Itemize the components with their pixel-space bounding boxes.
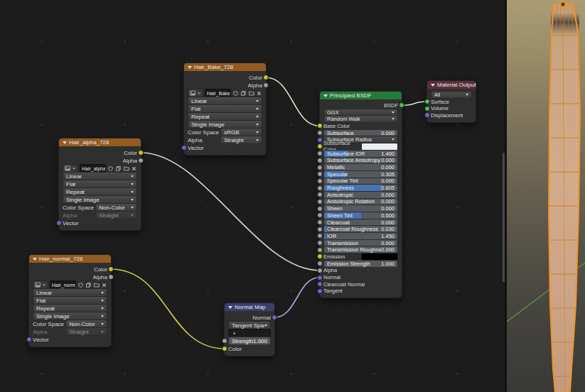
- slider-label: Sheen Tint: [324, 212, 353, 219]
- socket-l[interactable]: [317, 199, 323, 205]
- node-link[interactable]: [402, 102, 427, 105]
- open-folder-icon[interactable]: [93, 281, 100, 288]
- shader-node-editor[interactable]: Hair_Bake_728ColorAlphaHair_Bake_728Line…: [0, 0, 585, 392]
- socket-r[interactable]: [108, 274, 114, 280]
- value-slider[interactable]: Anisotropic Rotation0.000: [323, 198, 398, 206]
- socket-l[interactable]: [317, 192, 323, 197]
- socket-r[interactable]: [263, 75, 269, 80]
- socket-l[interactable]: [317, 143, 323, 149]
- collapse-chevron-icon[interactable]: [431, 84, 435, 87]
- value-slider[interactable]: Transmission Roughness0.000: [323, 246, 398, 254]
- node-hair_alpha[interactable]: Hair_alpha_728ColorAlphaHair_alpha_728Li…: [58, 138, 141, 231]
- hair-card-mesh[interactable]: [549, 2, 580, 392]
- socket-r[interactable]: [108, 266, 114, 272]
- duplicate-icon[interactable]: [240, 89, 247, 97]
- socket-r[interactable]: [399, 102, 404, 108]
- node-header[interactable]: Material Output: [427, 81, 476, 89]
- socket-l[interactable]: [424, 112, 430, 118]
- dropdown-select[interactable]: Straight: [220, 136, 262, 144]
- socket-r[interactable]: [138, 158, 144, 163]
- socket-l[interactable]: [317, 185, 323, 191]
- socket-l[interactable]: [317, 275, 323, 281]
- socket-r[interactable]: [138, 150, 144, 156]
- chevron-down-icon: [466, 94, 468, 96]
- collapse-chevron-icon[interactable]: [188, 66, 192, 69]
- node-link[interactable]: [266, 77, 320, 126]
- socket-l[interactable]: [317, 123, 323, 129]
- socket-l[interactable]: [317, 219, 323, 225]
- node-header[interactable]: Normal Map: [225, 303, 274, 311]
- fake-user-shield-icon[interactable]: [107, 165, 114, 172]
- fake-user-shield-icon[interactable]: [77, 281, 84, 288]
- socket-l[interactable]: [317, 233, 323, 239]
- socket-l[interactable]: [222, 346, 227, 352]
- unlink-x-icon[interactable]: [256, 89, 262, 97]
- value-slider[interactable]: Clearcoat Roughness0.030: [323, 225, 398, 233]
- socket-l[interactable]: [222, 338, 227, 344]
- socket-l[interactable]: [317, 261, 323, 266]
- socket-l[interactable]: [317, 137, 323, 143]
- socket-l[interactable]: [317, 254, 323, 259]
- socket-l[interactable]: [181, 145, 187, 151]
- node-hair_normal[interactable]: Hair_normal_728ColorAlphaHair_normal_728…: [28, 254, 112, 347]
- collapse-chevron-icon[interactable]: [33, 258, 37, 261]
- slider-value: 0.000: [381, 246, 397, 253]
- node-link[interactable]: [111, 269, 225, 349]
- socket-l[interactable]: [317, 212, 323, 218]
- unlink-x-icon[interactable]: [131, 165, 137, 172]
- node-principled[interactable]: Principled BSDFBSDFGGXRandom WalkBase Co…: [319, 91, 402, 298]
- 3d-viewport[interactable]: [505, 0, 585, 392]
- value-slider[interactable]: Strength1.000: [228, 337, 271, 345]
- dropdown-value: sRGB: [224, 129, 239, 136]
- node-header[interactable]: Principled BSDF: [320, 92, 402, 99]
- socket-l[interactable]: [317, 171, 323, 177]
- socket-r[interactable]: [272, 315, 277, 320]
- socket-l[interactable]: [317, 178, 323, 184]
- node-header[interactable]: Hair_Bake_728: [184, 63, 266, 71]
- socket-l[interactable]: [317, 240, 323, 246]
- unlink-x-icon[interactable]: [101, 281, 107, 288]
- socket-r[interactable]: [263, 82, 269, 88]
- socket-l[interactable]: [26, 337, 32, 342]
- open-folder-icon[interactable]: [248, 89, 254, 97]
- value-slider[interactable]: Specular0.305: [323, 170, 398, 178]
- socket-l[interactable]: [317, 288, 323, 294]
- socket-l[interactable]: [317, 151, 323, 156]
- socket-l[interactable]: [317, 227, 323, 232]
- dropdown-select[interactable]: Straight: [95, 211, 137, 219]
- socket-l[interactable]: [317, 130, 323, 136]
- node-link[interactable]: [274, 278, 320, 317]
- socket-l[interactable]: [424, 106, 430, 111]
- socket-row-input: Displacement: [431, 112, 472, 119]
- socket-l[interactable]: [317, 165, 323, 170]
- collapse-chevron-icon[interactable]: [228, 306, 232, 309]
- node-normal_map[interactable]: Normal MapNormalTangent SpaceStrength1.0…: [224, 303, 275, 356]
- select-row: Tangent Space: [228, 322, 271, 329]
- value-slider[interactable]: Emission Strength1.000: [323, 260, 398, 268]
- node-hair_bake[interactable]: Hair_Bake_728ColorAlphaHair_Bake_728Line…: [183, 62, 267, 156]
- socket-l[interactable]: [317, 268, 323, 273]
- node-header[interactable]: Hair_normal_728: [29, 255, 111, 263]
- fake-user-shield-icon[interactable]: [232, 89, 239, 97]
- collapse-chevron-icon[interactable]: [63, 141, 67, 144]
- node-header[interactable]: Hair_alpha_728: [59, 138, 141, 146]
- dropdown-select[interactable]: Straight: [65, 327, 107, 336]
- slider-row: Specular Tint0.000: [323, 178, 398, 185]
- node-link[interactable]: [141, 153, 320, 271]
- socket-l[interactable]: [424, 99, 430, 104]
- duplicate-icon[interactable]: [85, 281, 92, 288]
- socket-l[interactable]: [317, 206, 323, 212]
- dropdown-select[interactable]: Random Walk: [323, 115, 398, 123]
- dropdown-select[interactable]: All: [431, 91, 472, 99]
- open-folder-icon[interactable]: [123, 165, 129, 172]
- chevron-down-icon: [101, 315, 104, 317]
- socket-l[interactable]: [56, 220, 62, 226]
- value-slider[interactable]: Subsurface IOR1.400: [323, 150, 398, 158]
- duplicate-icon[interactable]: [115, 165, 122, 172]
- socket-l[interactable]: [317, 247, 323, 253]
- socket-l[interactable]: [317, 158, 323, 163]
- socket-l[interactable]: [317, 281, 323, 287]
- collapse-chevron-icon[interactable]: [323, 94, 328, 97]
- value-slider[interactable]: Subsurface Anisotropy0.000: [323, 157, 398, 165]
- node-material_output[interactable]: Material OutputAllSurfaceVolumeDisplacem…: [426, 80, 476, 123]
